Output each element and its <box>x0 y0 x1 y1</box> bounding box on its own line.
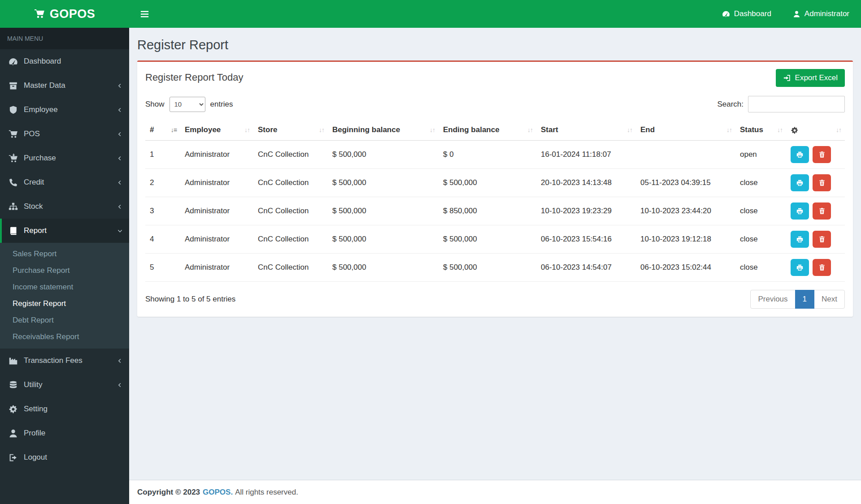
print-button[interactable] <box>791 231 809 248</box>
search-input[interactable] <box>748 96 845 112</box>
sort-icon: ↓↑ <box>430 126 435 134</box>
sidebar-item-setting[interactable]: Setting <box>0 397 129 421</box>
export-excel-button[interactable]: Export Excel <box>776 69 845 87</box>
sidebar-item-pos[interactable]: POS <box>0 122 129 146</box>
print-button[interactable] <box>791 146 809 163</box>
table-header-row: #↓≡ Employee↓↑ Store↓↑ Beginning balance… <box>145 120 845 141</box>
submenu-item-income-statement[interactable]: Income statement <box>0 279 129 295</box>
sidebar-toggle-button[interactable] <box>135 4 154 24</box>
chevron-left-icon <box>117 382 123 388</box>
main-content: Register Report Register Report Today Ex… <box>129 28 861 480</box>
register-report-table: #↓≡ Employee↓↑ Store↓↑ Beginning balance… <box>145 120 845 282</box>
search-label: Search: <box>717 100 744 109</box>
sidebar-item-profile[interactable]: Profile <box>0 421 129 445</box>
trash-icon <box>818 236 826 243</box>
page-footer: Copyright © 2023 GOPOS. All rights reser… <box>129 480 861 504</box>
delete-button[interactable] <box>813 259 831 276</box>
submenu-item-register-report[interactable]: Register Report <box>0 295 129 312</box>
status-value: close <box>735 169 786 197</box>
sort-icon: ↓↑ <box>319 126 324 134</box>
brand-logo[interactable]: GOPOS <box>0 0 129 28</box>
trash-icon <box>818 264 826 271</box>
chevron-left-icon <box>117 358 123 364</box>
print-icon <box>796 179 804 187</box>
column-header-ending-balance[interactable]: Ending balance↓↑ <box>439 120 536 141</box>
sign-in-icon <box>783 74 791 82</box>
chevron-left-icon <box>117 83 123 89</box>
delete-button[interactable] <box>813 146 831 163</box>
chevron-left-icon <box>117 155 123 161</box>
column-header-end[interactable]: End↓↑ <box>636 120 735 141</box>
delete-button[interactable] <box>813 231 831 248</box>
shield-icon <box>9 105 18 115</box>
trash-icon <box>818 151 826 158</box>
navbar-dashboard-link[interactable]: Dashboard <box>722 9 771 18</box>
column-header-beginning-balance[interactable]: Beginning balance↓↑ <box>328 120 439 141</box>
pagination-next-button[interactable]: Next <box>814 290 845 309</box>
table-row: 4 Administrator CnC Collection $ 500,000… <box>145 225 845 254</box>
phone-icon <box>9 178 18 187</box>
sidebar-item-report[interactable]: Report <box>0 219 129 243</box>
column-header-employee[interactable]: Employee↓↑ <box>180 120 253 141</box>
pagination-page-1-button[interactable]: 1 <box>795 290 814 309</box>
sidebar-item-stock[interactable]: Stock <box>0 194 129 219</box>
sidebar-item-employee[interactable]: Employee <box>0 98 129 122</box>
sidebar-item-credit[interactable]: Credit <box>0 170 129 194</box>
page-length-select[interactable]: 10 <box>170 97 205 112</box>
submenu-item-receivables-report[interactable]: Receivables Report <box>0 328 129 345</box>
copyright-text: Copyright © 2023 <box>137 488 200 497</box>
delete-button[interactable] <box>813 202 831 220</box>
table-info: Showing 1 to 5 of 5 entries <box>145 295 235 304</box>
delete-button[interactable] <box>813 174 831 191</box>
status-value: close <box>735 254 786 282</box>
industry-icon <box>9 356 18 366</box>
column-header-num[interactable]: #↓≡ <box>145 120 180 141</box>
user-icon <box>793 10 800 18</box>
trash-icon <box>818 207 826 215</box>
sidebar-section-label: MAIN MENU <box>0 28 129 49</box>
sitemap-icon <box>9 202 18 211</box>
print-button[interactable] <box>791 174 809 191</box>
submenu-item-purchase-report[interactable]: Purchase Report <box>0 262 129 279</box>
sidebar-item-dashboard[interactable]: Dashboard <box>0 49 129 73</box>
chevron-left-icon <box>117 204 123 210</box>
print-icon <box>796 236 804 243</box>
print-button[interactable] <box>791 259 809 276</box>
sort-icon: ↓↑ <box>527 126 533 134</box>
sidebar-item-logout[interactable]: Logout <box>0 445 129 470</box>
footer-brand-link[interactable]: GOPOS. <box>203 488 233 497</box>
pagination-previous-button[interactable]: Previous <box>750 290 795 309</box>
sort-icon: ↓↑ <box>777 126 783 134</box>
sidebar-item-transaction-fees[interactable]: Transaction Fees <box>0 349 129 373</box>
chevron-left-icon <box>117 180 123 185</box>
cart-icon <box>9 129 18 139</box>
status-value: close <box>735 225 786 254</box>
user-icon <box>9 429 18 438</box>
column-header-actions[interactable]: ↓↑ <box>786 120 845 141</box>
column-header-start[interactable]: Start↓↑ <box>536 120 636 141</box>
rights-text: All rights reserved. <box>235 488 298 497</box>
print-button[interactable] <box>791 202 809 220</box>
column-header-store[interactable]: Store↓↑ <box>253 120 328 141</box>
pagination: Previous 1 Next <box>750 290 845 309</box>
status-value: open <box>735 141 786 169</box>
sidebar-item-master-data[interactable]: Master Data <box>0 73 129 98</box>
trash-icon <box>818 179 826 186</box>
chevron-left-icon <box>117 131 123 137</box>
sidebar-item-utility[interactable]: Utility <box>0 373 129 397</box>
brand-name: GOPOS <box>50 7 96 21</box>
entries-label: entries <box>210 100 233 109</box>
book-icon <box>9 226 18 236</box>
status-value: close <box>735 197 786 225</box>
table-row: 3 Administrator CnC Collection $ 500,000… <box>145 197 845 225</box>
tachometer-icon <box>9 57 18 66</box>
sort-icon: ↓↑ <box>836 126 841 134</box>
table-row: 1 Administrator CnC Collection $ 500,000… <box>145 141 845 169</box>
submenu-item-sales-report[interactable]: Sales Report <box>0 246 129 262</box>
sidebar-item-purchase[interactable]: Purchase <box>0 146 129 170</box>
submenu-item-debt-report[interactable]: Debt Report <box>0 312 129 328</box>
navbar-user-menu[interactable]: Administrator <box>793 9 849 18</box>
sort-amount-asc-icon: ↓≡ <box>171 126 177 134</box>
chevron-left-icon <box>117 107 123 113</box>
column-header-status[interactable]: Status↓↑ <box>735 120 786 141</box>
